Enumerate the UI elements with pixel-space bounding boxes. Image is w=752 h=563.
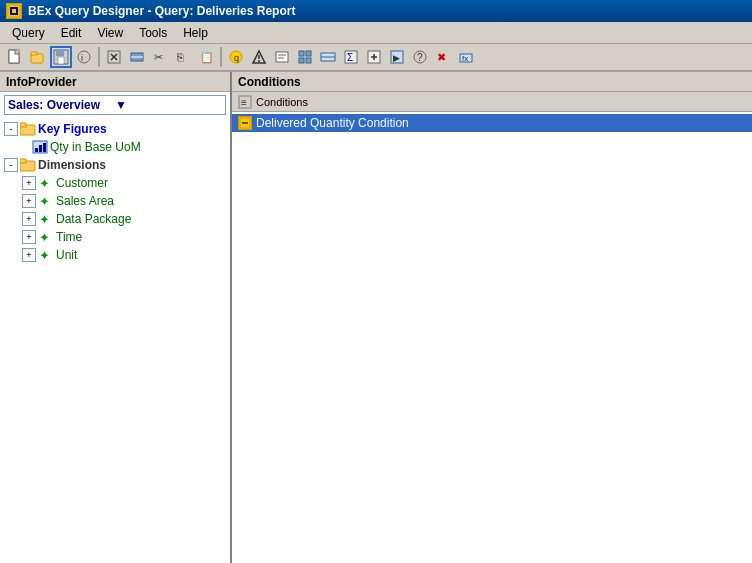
expander-datapackage[interactable]: + — [22, 212, 36, 226]
dimensions-folder-icon — [20, 157, 36, 173]
expander-customer[interactable]: + — [22, 176, 36, 190]
conditions-item-0[interactable]: Delivered Quantity Condition — [232, 114, 752, 132]
app-icon — [6, 3, 22, 19]
tree-node-keyfigures[interactable]: - Key Figures — [0, 120, 230, 138]
toolbar-btn11[interactable] — [248, 46, 270, 68]
svg-rect-7 — [56, 50, 64, 56]
toolbar-btn16[interactable] — [363, 46, 385, 68]
menu-query[interactable]: Query — [4, 24, 53, 42]
dimensions-label: Dimensions — [38, 158, 106, 172]
unit-label: Unit — [56, 248, 77, 262]
svg-text:fx: fx — [462, 54, 468, 63]
expander-salesarea[interactable]: + — [22, 194, 36, 208]
qty-label: Qty in Base UoM — [50, 140, 141, 154]
toolbar-new[interactable] — [4, 46, 26, 68]
svg-point-23 — [258, 60, 260, 62]
tree-node-dimensions[interactable]: - Dimensions — [0, 156, 230, 174]
conditions-item-icon — [238, 116, 252, 130]
toolbar-save[interactable] — [50, 46, 72, 68]
toolbar-btn6[interactable] — [126, 46, 148, 68]
tree-node-unit[interactable]: + ✦ Unit — [0, 246, 230, 264]
svg-rect-30 — [306, 58, 311, 63]
dropdown-label: Sales: Overview — [8, 98, 115, 112]
toolbar-btn17[interactable]: ▶ — [386, 46, 408, 68]
conditions-header: Conditions — [232, 72, 752, 92]
toolbar-btn5[interactable] — [103, 46, 125, 68]
main-content: InfoProvider Sales: Overview ▼ - Key Fig… — [0, 72, 752, 563]
toolbar-btn20[interactable]: fx — [455, 46, 477, 68]
salesarea-dim-icon: ✦ — [38, 193, 54, 209]
svg-rect-46 — [35, 148, 38, 152]
svg-text:✂: ✂ — [154, 51, 163, 63]
svg-rect-24 — [276, 52, 288, 62]
toolbar-btn9[interactable]: 📋 — [195, 46, 217, 68]
tree-node-customer[interactable]: + ✦ Customer — [0, 174, 230, 192]
keyfigures-folder-icon — [20, 121, 36, 137]
toolbar-btn13[interactable] — [294, 46, 316, 68]
infoprovider-dropdown[interactable]: Sales: Overview ▼ — [4, 95, 226, 115]
window-title: BEx Query Designer - Query: Deliveries R… — [28, 4, 295, 18]
tree-node-time[interactable]: + ✦ Time — [0, 228, 230, 246]
time-dim-icon: ✦ — [38, 229, 54, 245]
toolbar-btn12[interactable] — [271, 46, 293, 68]
conditions-subheader: ≡ Conditions — [232, 92, 752, 112]
right-panel: Conditions ≡ Conditions Delivered Quanti… — [232, 72, 752, 563]
expander-unit[interactable]: + — [22, 248, 36, 262]
svg-text:✦: ✦ — [39, 230, 50, 245]
expander-dimensions[interactable]: - — [4, 158, 18, 172]
svg-rect-48 — [43, 143, 46, 152]
svg-rect-47 — [39, 145, 42, 152]
svg-rect-44 — [20, 123, 26, 127]
toolbar-btn7[interactable]: ✂ — [149, 46, 171, 68]
menu-bar: Query Edit View Tools Help — [0, 22, 752, 44]
svg-text:i: i — [81, 53, 83, 63]
datapackage-label: Data Package — [56, 212, 131, 226]
svg-text:⎘: ⎘ — [177, 51, 184, 63]
toolbar-btn4[interactable]: i — [73, 46, 95, 68]
menu-tools[interactable]: Tools — [131, 24, 175, 42]
toolbar-open[interactable] — [27, 46, 49, 68]
svg-rect-27 — [299, 51, 304, 56]
datapackage-dim-icon: ✦ — [38, 211, 54, 227]
unit-dim-icon: ✦ — [38, 247, 54, 263]
menu-edit[interactable]: Edit — [53, 24, 90, 42]
conditions-title: Conditions — [238, 75, 301, 89]
svg-text:✦: ✦ — [39, 194, 50, 209]
toolbar-btn8[interactable]: ⎘ — [172, 46, 194, 68]
svg-text:?: ? — [417, 52, 423, 63]
keyfigures-label: Key Figures — [38, 122, 107, 136]
svg-rect-29 — [299, 58, 304, 63]
tree-node-salesarea[interactable]: + ✦ Sales Area — [0, 192, 230, 210]
svg-text:▶: ▶ — [393, 53, 400, 63]
svg-text:Σ: Σ — [347, 52, 353, 63]
toolbar-btn18[interactable]: ? — [409, 46, 431, 68]
svg-rect-28 — [306, 51, 311, 56]
expander-keyfigures[interactable]: - — [4, 122, 18, 136]
toolbar-btn15[interactable]: Σ — [340, 46, 362, 68]
title-bar: BEx Query Designer - Query: Deliveries R… — [0, 0, 752, 22]
svg-rect-50 — [20, 159, 26, 163]
tree-node-qty[interactable]: Qty in Base UoM — [0, 138, 230, 156]
infoprovider-title: InfoProvider — [6, 75, 77, 89]
svg-text:📋: 📋 — [200, 50, 214, 64]
tree-node-datapackage[interactable]: + ✦ Data Package — [0, 210, 230, 228]
dropdown-arrow-icon: ▼ — [115, 98, 222, 112]
tree-area: - Key Figures — [0, 118, 230, 563]
salesarea-label: Sales Area — [56, 194, 114, 208]
toolbar-btn10[interactable]: q — [225, 46, 247, 68]
svg-text:≡: ≡ — [241, 97, 247, 108]
menu-help[interactable]: Help — [175, 24, 216, 42]
svg-rect-8 — [58, 57, 64, 64]
toolbar-sep1 — [98, 47, 100, 67]
conditions-subheader-label: Conditions — [256, 96, 308, 108]
svg-point-9 — [78, 51, 90, 63]
svg-text:✦: ✦ — [39, 212, 50, 227]
toolbar-btn19[interactable]: ✖ — [432, 46, 454, 68]
conditions-subheader-icon: ≡ — [238, 95, 252, 109]
menu-view[interactable]: View — [89, 24, 131, 42]
toolbar-btn14[interactable] — [317, 46, 339, 68]
conditions-list: Delivered Quantity Condition — [232, 112, 752, 563]
svg-text:✦: ✦ — [39, 248, 50, 263]
expander-time[interactable]: + — [22, 230, 36, 244]
svg-text:✖: ✖ — [437, 51, 446, 63]
